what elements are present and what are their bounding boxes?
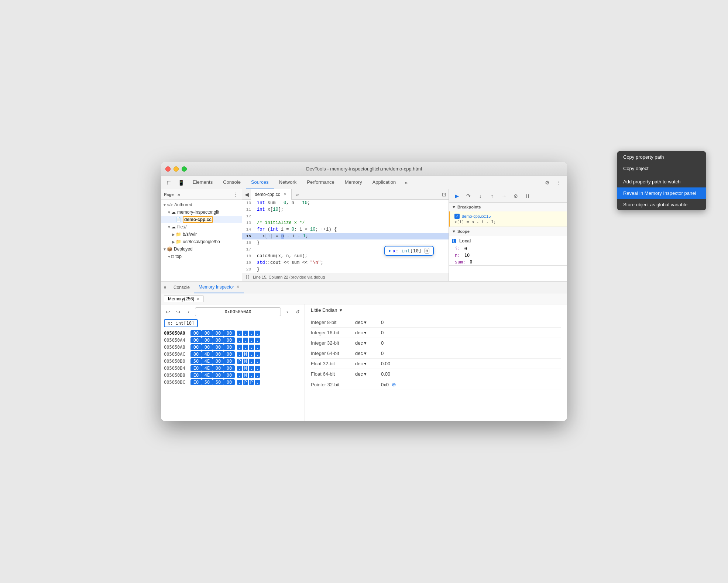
deactivate-button[interactable]: ⊘: [511, 191, 521, 201]
settings-button[interactable]: ⚙: [542, 177, 552, 188]
variable-tooltip[interactable]: ▶ x: int[10] ⊞: [384, 246, 434, 256]
step-over-button[interactable]: ↷: [464, 191, 473, 201]
more-tabs-button[interactable]: »: [401, 177, 411, 188]
customize-button[interactable]: ⋮: [554, 177, 564, 188]
hex-cell-4-0[interactable]: 50: [190, 358, 202, 364]
status-text: Line 15, Column 22 (provided via debug: [253, 275, 325, 279]
tab-console-bottom[interactable]: Console: [169, 282, 194, 293]
endian-selector[interactable]: Little Endian ▾: [311, 307, 561, 313]
hex-row-1: 005050A4 00 00 00 00 . . . .: [164, 337, 302, 343]
ascii-0-0: .: [237, 331, 242, 336]
hex-cell-1-2[interactable]: 00: [213, 337, 224, 343]
page-menu-button[interactable]: ⋮: [231, 191, 239, 198]
editor-more-tabs[interactable]: »: [293, 190, 302, 199]
tab-performance[interactable]: Performance: [302, 176, 339, 189]
editor-tab-democpp[interactable]: demo-cpp.cc ✕: [251, 189, 292, 200]
address-input[interactable]: [195, 307, 281, 316]
hex-cell-2-2[interactable]: 00: [213, 344, 224, 350]
inspect-element-button[interactable]: ⬚: [164, 177, 174, 188]
scope-var-sum[interactable]: sum: 0: [449, 259, 567, 265]
scope-var-i[interactable]: i: 0: [449, 245, 567, 252]
tooltip-memicon[interactable]: ⊞: [425, 248, 429, 253]
memory-content: ↩ ↩ ‹ › ↺ x: int[10] 005050A0 00 00: [161, 304, 567, 421]
history-back-button[interactable]: ↩: [164, 308, 172, 316]
code-line-11: 11 int x[10];: [242, 206, 449, 213]
hex-cell-4-3[interactable]: 00: [224, 358, 235, 364]
hex-cell-0-0[interactable]: 00: [190, 330, 202, 336]
hex-cell-1-0[interactable]: 00: [190, 337, 202, 343]
history-forward-button[interactable]: ↩: [174, 308, 182, 316]
int16-format[interactable]: dec ▾: [355, 330, 381, 335]
tree-item-file[interactable]: ▼ ☁ file://: [161, 223, 242, 231]
hex-cell-4-2[interactable]: 00: [213, 358, 224, 364]
device-toolbar-button[interactable]: 📱: [176, 177, 186, 188]
maximize-button[interactable]: [182, 166, 187, 172]
scope-header[interactable]: ▼ Scope: [449, 227, 567, 236]
breakpoints-header[interactable]: ▼ Breakpoints: [449, 203, 567, 211]
close-button[interactable]: [165, 166, 171, 172]
hex-cell-0-3[interactable]: 00: [224, 330, 235, 336]
step-button[interactable]: →: [499, 191, 509, 201]
pause-button[interactable]: ⏸: [523, 191, 532, 201]
editor-tab-close[interactable]: ✕: [282, 192, 288, 197]
tab-memory[interactable]: Memory: [340, 176, 367, 189]
tooltip-arrow: ▶: [389, 248, 391, 253]
tree-item-bsw[interactable]: ▶ 📁 b/s/w/ir: [161, 231, 242, 238]
refresh-button[interactable]: ↺: [293, 308, 302, 316]
endian-label: Little Endian: [311, 307, 337, 313]
ptr32-link[interactable]: ⊕: [392, 382, 396, 387]
hex-cell-2-3[interactable]: 00: [224, 344, 235, 350]
hex-cell-0-2[interactable]: 00: [213, 330, 224, 336]
memory-256-tab[interactable]: Memory(256) ✕: [164, 295, 204, 302]
tree-item-usr[interactable]: ▶ 📁 usr/local/google/ho: [161, 238, 242, 245]
tab-memory-inspector[interactable]: Memory Inspector ✕: [194, 282, 244, 293]
tree-item-demo-cpp[interactable]: 📄 demo-cpp.cc: [161, 216, 242, 223]
editor-nav-back[interactable]: ◀: [242, 190, 251, 199]
int8-value: 0: [381, 320, 561, 325]
scope-var-n[interactable]: n: 10: [449, 252, 567, 259]
hex-cell-2-1[interactable]: 00: [202, 344, 213, 350]
breakpoint-file: demo-cpp.cc:15: [462, 214, 491, 218]
code-area[interactable]: 10 int sum = 0, n = 10; 11 int x[10]; 12: [242, 200, 449, 273]
tab-sources[interactable]: Sources: [246, 176, 274, 189]
editor-format[interactable]: ⊡: [440, 190, 449, 199]
hex-addr-3: 005050AC: [164, 352, 190, 357]
mi-row-int32: Integer 32-bit dec ▾ 0: [311, 338, 561, 348]
resume-button[interactable]: ▶: [452, 191, 461, 201]
hex-row-0: 005050A0 00 00 00 00 . . . .: [164, 330, 302, 336]
hex-cell-1-1[interactable]: 00: [202, 337, 213, 343]
memory-tab-close[interactable]: ✕: [196, 297, 200, 301]
hex-cell-3-2[interactable]: 00: [213, 351, 224, 357]
float64-format[interactable]: dec ▾: [355, 371, 381, 377]
hex-cell-1-3[interactable]: 00: [224, 337, 235, 343]
minimize-button[interactable]: [174, 166, 179, 172]
int32-format[interactable]: dec ▾: [355, 340, 381, 346]
more-pages-button[interactable]: »: [175, 191, 182, 198]
step-into-button[interactable]: ↓: [475, 191, 485, 201]
address-forward-button[interactable]: ›: [283, 308, 291, 316]
tab-console[interactable]: Console: [218, 176, 246, 189]
step-out-button[interactable]: ↑: [487, 191, 497, 201]
editor-tabs: ◀ demo-cpp.cc ✕ » ⊡: [242, 189, 449, 200]
hex-cell-3-3[interactable]: 00: [224, 351, 235, 357]
tree-item-top[interactable]: ▼ □ top: [161, 253, 242, 260]
float32-format[interactable]: dec ▾: [355, 361, 381, 366]
hex-cell-2-0[interactable]: 00: [190, 344, 202, 350]
tree-item-memory-inspector[interactable]: ▼ ☁ memory-inspector.glit: [161, 208, 242, 216]
hex-cell-3-1[interactable]: 4D: [202, 351, 213, 357]
tab-elements[interactable]: Elements: [188, 176, 218, 189]
int64-format[interactable]: dec ▾: [355, 351, 381, 356]
tab-network[interactable]: Network: [274, 176, 302, 189]
hex-cell-0-1[interactable]: 00: [202, 330, 213, 336]
hex-cell-4-1[interactable]: 4E: [202, 358, 213, 364]
tab-application[interactable]: Application: [367, 176, 401, 189]
tree-item-authored[interactable]: ▼ </> Authored: [161, 201, 242, 208]
hex-cell-3-0[interactable]: 80: [190, 351, 202, 357]
local-badge: L: [452, 239, 456, 243]
breakpoint-item[interactable]: ✓ demo-cpp.cc:15 x[i] = n - i - 1;: [449, 211, 567, 227]
address-back-button[interactable]: ‹: [185, 308, 193, 316]
hex-addr-5: 005050B4: [164, 366, 190, 371]
tree-item-deployed[interactable]: ▼ 📦 Deployed: [161, 245, 242, 253]
int8-format[interactable]: dec ▾: [355, 320, 381, 325]
memory-inspector-tab-close[interactable]: ✕: [236, 284, 240, 289]
